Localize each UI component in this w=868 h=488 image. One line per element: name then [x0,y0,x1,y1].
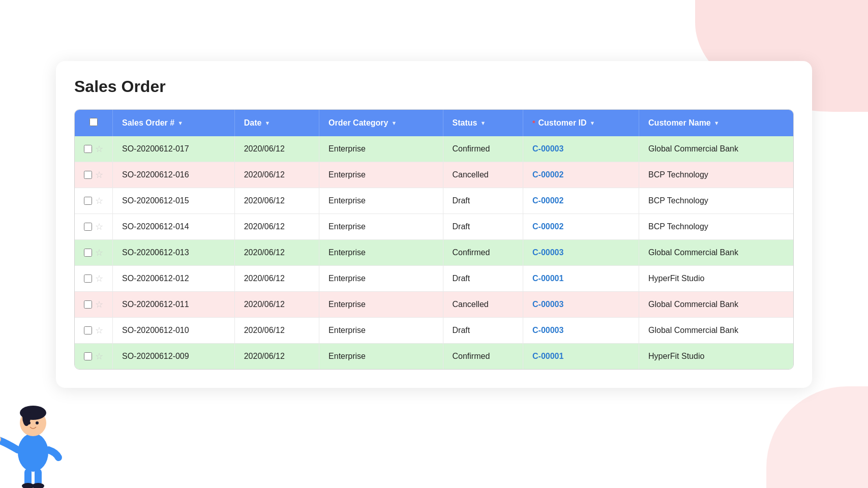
customer-id-link[interactable]: C-00003 [532,326,563,334]
cell-status: Cancelled [443,162,523,188]
table-row: ☆ SO-20200612-0122020/06/12EnterpriseDra… [75,266,793,292]
row-star-3[interactable]: ☆ [95,221,103,232]
row-checkbox-8[interactable] [84,352,92,360]
table-row: ☆ SO-20200612-0162020/06/12EnterpriseCan… [75,162,793,188]
sort-arrow-customer-name: ▼ [714,120,720,126]
table-row: ☆ SO-20200612-0102020/06/12EnterpriseDra… [75,318,793,344]
table-row: ☆ SO-20200612-0142020/06/12EnterpriseDra… [75,214,793,240]
cell-customer-id[interactable]: C-00003 [523,136,639,162]
table-body: ☆ SO-20200612-0172020/06/12EnterpriseCon… [75,136,793,369]
cell-customer-id[interactable]: C-00001 [523,266,639,292]
cell-customer-name: HyperFit Studio [639,266,793,292]
cell-order-category: Enterprise [319,266,443,292]
row-star-0[interactable]: ☆ [95,143,103,155]
cell-customer-id[interactable]: C-00003 [523,240,639,266]
customer-id-link[interactable]: C-00003 [532,300,563,309]
sales-order-table: Sales Order # ▼ Date ▼ Order Category [75,110,793,369]
row-checkbox-0[interactable] [84,145,92,153]
cell-date: 2020/06/12 [234,266,319,292]
customer-id-link[interactable]: C-00002 [532,196,563,205]
table-row: ☆ SO-20200612-0132020/06/12EnterpriseCon… [75,240,793,266]
header-status[interactable]: Status ▼ [443,110,523,136]
row-star-2[interactable]: ☆ [95,195,103,206]
row-star-8[interactable]: ☆ [95,351,103,362]
cell-status: Draft [443,318,523,344]
cell-date: 2020/06/12 [234,136,319,162]
customer-id-link[interactable]: C-00002 [532,170,563,179]
required-star-customer-id: * [532,119,535,127]
cell-order-category: Enterprise [319,240,443,266]
row-checkbox-cell: ☆ [75,266,113,292]
row-star-6[interactable]: ☆ [95,299,103,310]
cell-order-category: Enterprise [319,318,443,344]
cell-sales-order: SO-20200612-011 [113,292,235,318]
row-star-7[interactable]: ☆ [95,325,103,336]
sales-order-table-wrapper: Sales Order # ▼ Date ▼ Order Category [74,109,794,370]
svg-point-0 [18,433,48,472]
row-checkbox-7[interactable] [84,326,92,334]
cell-sales-order: SO-20200612-015 [113,188,235,214]
row-checkbox-1[interactable] [84,171,92,179]
svg-point-9 [32,483,44,488]
cell-customer-name: Global Commercial Bank [639,318,793,344]
cell-date: 2020/06/12 [234,344,319,370]
cell-customer-name: BCP Technology [639,162,793,188]
sort-arrow-order-category: ▼ [391,120,397,126]
page-title: Sales Order [74,77,794,96]
customer-id-link[interactable]: C-00001 [532,274,563,283]
cell-status: Confirmed [443,136,523,162]
cell-date: 2020/06/12 [234,318,319,344]
row-checkbox-2[interactable] [84,197,92,205]
cell-sales-order: SO-20200612-014 [113,214,235,240]
row-checkbox-cell: ☆ [75,188,113,214]
row-checkbox-cell: ☆ [75,344,113,370]
header-customer-name[interactable]: Customer Name ▼ [639,110,793,136]
row-checkbox-5[interactable] [84,274,92,283]
cell-sales-order: SO-20200612-012 [113,266,235,292]
header-date[interactable]: Date ▼ [234,110,319,136]
row-checkbox-cell: ☆ [75,162,113,188]
row-star-4[interactable]: ☆ [95,247,103,258]
cell-sales-order: SO-20200612-017 [113,136,235,162]
header-order-category[interactable]: Order Category ▼ [319,110,443,136]
svg-point-4 [27,421,31,424]
cell-date: 2020/06/12 [234,292,319,318]
customer-id-link[interactable]: C-00003 [532,248,563,257]
row-star-1[interactable]: ☆ [95,169,103,180]
cell-customer-name: BCP Technology [639,214,793,240]
row-checkbox-6[interactable] [84,300,92,309]
header-customer-id[interactable]: * Customer ID ▼ [523,110,639,136]
sort-arrow-customer-id: ▼ [590,120,595,126]
header-checkbox-col [75,110,113,136]
decoration-blob-bottom-right [766,386,868,488]
row-checkbox-4[interactable] [84,249,92,257]
customer-id-link[interactable]: C-00001 [532,352,563,360]
cell-customer-id[interactable]: C-00002 [523,162,639,188]
sort-arrow-sales-order: ▼ [177,120,183,126]
row-checkbox-cell: ☆ [75,136,113,162]
cell-sales-order: SO-20200612-009 [113,344,235,370]
cell-order-category: Enterprise [319,214,443,240]
character-illustration [0,386,66,488]
cell-sales-order: SO-20200612-010 [113,318,235,344]
header-sales-order[interactable]: Sales Order # ▼ [113,110,235,136]
cell-customer-id[interactable]: C-00003 [523,318,639,344]
cell-customer-name: Global Commercial Bank [639,292,793,318]
cell-order-category: Enterprise [319,188,443,214]
cell-order-category: Enterprise [319,136,443,162]
cell-customer-id[interactable]: C-00001 [523,344,639,370]
row-checkbox-3[interactable] [84,223,92,231]
cell-order-category: Enterprise [319,344,443,370]
customer-id-link[interactable]: C-00003 [532,144,563,153]
cell-customer-id[interactable]: C-00002 [523,188,639,214]
cell-customer-id[interactable]: C-00003 [523,292,639,318]
cell-date: 2020/06/12 [234,214,319,240]
cell-order-category: Enterprise [319,162,443,188]
cell-date: 2020/06/12 [234,188,319,214]
row-star-5[interactable]: ☆ [95,273,103,284]
select-all-checkbox[interactable] [89,118,98,126]
cell-customer-name: Global Commercial Bank [639,240,793,266]
row-checkbox-cell: ☆ [75,292,113,318]
customer-id-link[interactable]: C-00002 [532,222,563,231]
cell-customer-id[interactable]: C-00002 [523,214,639,240]
